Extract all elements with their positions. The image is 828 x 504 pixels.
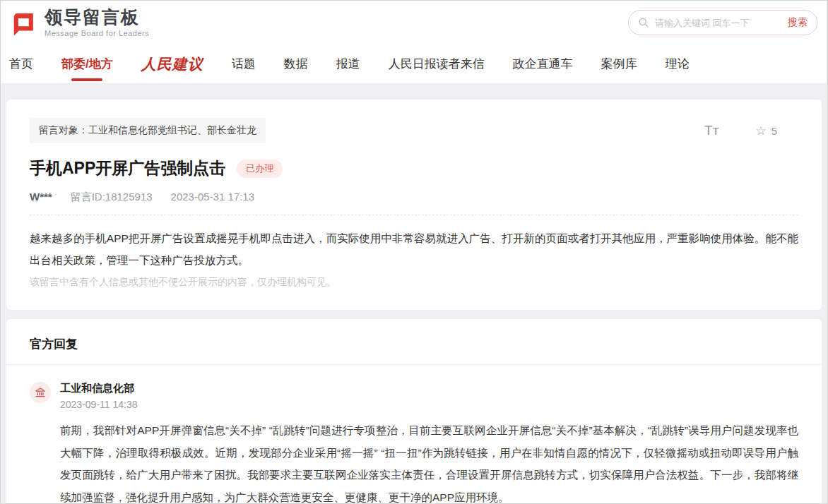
nav-item-reports[interactable]: 报道 <box>336 56 360 72</box>
reply-body: 前期，我部针对APP开屏弹窗信息“关不掉” “乱跳转”问题进行专项整治，目前主要… <box>60 419 798 504</box>
nav-item-topics[interactable]: 话题 <box>232 56 256 72</box>
font-size-toggle[interactable]: Tт <box>704 123 718 138</box>
logo-title: 领导留言板 <box>45 8 149 28</box>
message-target-tag: 留言对象：工业和信息化部党组书记、部长金壮龙 <box>30 118 266 143</box>
logo-subtitle: Message Board for Leaders <box>45 29 149 37</box>
nav-item-data[interactable]: 数据 <box>284 56 308 72</box>
star-icon: ☆ <box>755 125 766 137</box>
main-content: 留言对象：工业和信息化部党组书记、部长金壮龙 Tт ☆ 5 手机APP开屏广告强… <box>1 84 827 504</box>
message-time: 2023-05-31 17:13 <box>171 191 254 203</box>
favorite-count: 5 <box>771 125 777 137</box>
nav-item-ministries[interactable]: 部委/地方 <box>61 56 113 72</box>
nav-item-reader-letters[interactable]: 人民日报读者来信 <box>389 56 485 72</box>
nav-item-theory[interactable]: 理论 <box>666 56 690 72</box>
site-logo[interactable]: 领导留言板 Message Board for Leaders <box>8 8 149 37</box>
message-card: 留言对象：工业和信息化部党组书记、部长金壮龙 Tт ☆ 5 手机APP开屏广告强… <box>6 100 822 310</box>
reply-time: 2023-09-11 14:38 <box>60 399 138 410</box>
nav-item-people-suggestions[interactable]: 人民建议 <box>141 54 203 74</box>
logo-icon <box>8 8 37 37</box>
nav-item-gov-biz-express[interactable]: 政企直通车 <box>513 56 573 72</box>
reply-item: 工业和信息化部 2023-09-11 14:38 前期，我部针对APP开屏弹窗信… <box>6 365 822 504</box>
avatar <box>30 382 51 403</box>
message-id: 留言ID:18125913 <box>71 191 153 204</box>
nav-item-home[interactable]: 首页 <box>9 56 33 72</box>
message-author: W*** <box>30 191 52 203</box>
favorite-button[interactable]: ☆ 5 <box>755 125 777 137</box>
nav-item-case-library[interactable]: 案例库 <box>601 56 637 72</box>
logo-text: 领导留言板 Message Board for Leaders <box>45 8 149 37</box>
main-nav: 首页 部委/地方 人民建议 话题 数据 报道 人民日报读者来信 政企直通车 案例… <box>1 44 827 84</box>
reply-section-title: 官方回复 <box>30 336 798 352</box>
search-input[interactable] <box>655 18 782 28</box>
search-icon <box>638 17 649 28</box>
status-badge: 已办理 <box>237 160 283 178</box>
message-title: 手机APP开屏广告强制点击 <box>30 157 225 179</box>
divider <box>30 215 798 215</box>
search-box: 搜索 <box>628 10 817 35</box>
privacy-note: 该留言中含有个人信息或其他不便公开展示的内容，仅办理机构可见。 <box>30 276 798 289</box>
search-button[interactable]: 搜索 <box>788 16 808 29</box>
official-reply-card: 官方回复 工业和信息化部 2023-09-11 <box>6 319 822 504</box>
header: 领导留言板 Message Board for Leaders 搜索 <box>1 1 827 44</box>
message-body: 越来越多的手机APP把开屏广告设置成摇晃手机即点击进入，而实际使用中非常容易就进… <box>30 227 798 271</box>
reply-agency: 工业和信息化部 <box>60 382 138 395</box>
